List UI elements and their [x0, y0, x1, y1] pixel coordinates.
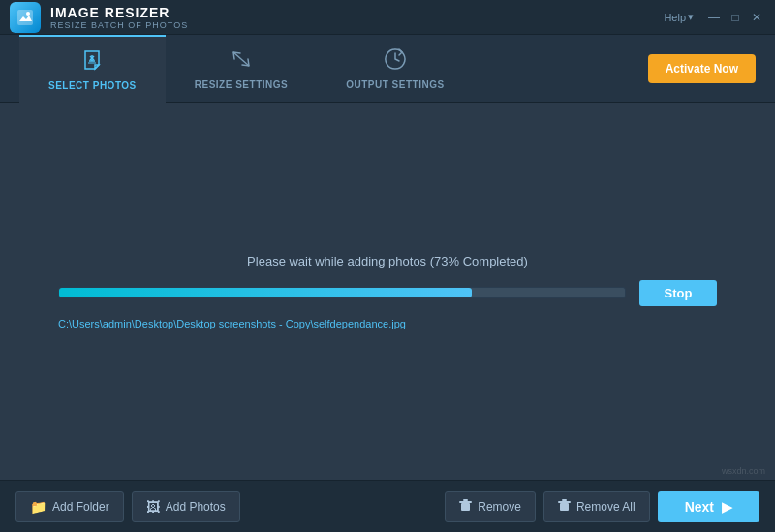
svg-rect-4 [459, 501, 472, 503]
app-title-group: IMAGE RESIZER RESIZE BATCH OF PHOTOS [50, 5, 188, 30]
main-content: Please wait while adding photos (73% Com… [0, 103, 775, 480]
svg-rect-7 [558, 501, 571, 503]
maximize-button[interactable]: □ [727, 9, 744, 26]
bottom-right-actions: Remove Remove All Next ▶ [445, 491, 760, 522]
stop-button[interactable]: Stop [639, 280, 717, 306]
svg-rect-8 [562, 499, 567, 501]
next-arrow-icon: ▶ [722, 499, 732, 515]
progress-bar-fill [59, 288, 472, 297]
bottom-bar: 📁 Add Folder 🖼 Add Photos Remove [0, 480, 775, 532]
add-folder-label: Add Folder [52, 500, 109, 514]
svg-rect-0 [17, 10, 33, 25]
app-title: IMAGE RESIZER [50, 5, 188, 20]
trash-all-icon [558, 499, 571, 515]
file-path-text: C:\Users\admin\Desktop\Desktop screensho… [58, 318, 406, 329]
watermark: wsxdn.com [722, 466, 765, 476]
trash-icon [459, 499, 472, 515]
tab-bar: SELECT PHOTOS RESIZE SETTINGS [0, 35, 775, 103]
progress-bar-wrapper [58, 287, 626, 298]
bottom-left-actions: 📁 Add Folder 🖼 Add Photos [16, 491, 240, 522]
add-photos-label: Add Photos [166, 500, 226, 514]
help-button[interactable]: Help ▾ [664, 11, 694, 23]
tab-resize-settings[interactable]: RESIZE SETTINGS [166, 35, 317, 102]
svg-point-1 [26, 12, 30, 16]
remove-all-button[interactable]: Remove All [543, 491, 650, 522]
tab-output-settings-label: OUTPUT SETTINGS [346, 79, 444, 90]
svg-rect-3 [461, 503, 470, 511]
remove-all-label: Remove All [576, 500, 636, 514]
output-settings-icon [384, 47, 407, 76]
title-bar-left: IMAGE RESIZER RESIZE BATCH OF PHOTOS [10, 2, 188, 33]
tab-output-settings[interactable]: OUTPUT SETTINGS [317, 35, 473, 102]
close-button[interactable]: ✕ [748, 9, 765, 26]
app-logo [10, 2, 41, 33]
svg-line-2 [233, 52, 249, 66]
add-photos-button[interactable]: 🖼 Add Photos [132, 491, 240, 522]
select-photos-icon [80, 48, 104, 77]
folder-icon: 📁 [30, 499, 46, 515]
tab-items: SELECT PHOTOS RESIZE SETTINGS [19, 35, 474, 102]
tab-resize-settings-label: RESIZE SETTINGS [195, 79, 288, 90]
title-bar: IMAGE RESIZER RESIZE BATCH OF PHOTOS Hel… [0, 0, 775, 35]
remove-button[interactable]: Remove [445, 491, 536, 522]
tab-select-photos[interactable]: SELECT PHOTOS [19, 35, 166, 102]
progress-section: Please wait while adding photos (73% Com… [58, 254, 717, 329]
resize-settings-icon [230, 47, 253, 76]
tab-select-photos-label: SELECT PHOTOS [48, 80, 137, 91]
minimize-button[interactable]: — [705, 9, 723, 26]
remove-label: Remove [478, 500, 521, 514]
photo-icon: 🖼 [146, 499, 160, 515]
app-subtitle: RESIZE BATCH OF PHOTOS [50, 20, 188, 30]
next-button[interactable]: Next ▶ [658, 491, 760, 522]
progress-status-text: Please wait while adding photos (73% Com… [247, 254, 528, 268]
next-label: Next [685, 499, 714, 515]
title-bar-right: Help ▾ — □ ✕ [664, 9, 765, 26]
progress-row: Stop [58, 280, 717, 306]
add-folder-button[interactable]: 📁 Add Folder [16, 491, 124, 522]
svg-rect-5 [463, 499, 468, 501]
activate-now-button[interactable]: Activate Now [648, 54, 756, 83]
svg-rect-6 [560, 503, 569, 511]
